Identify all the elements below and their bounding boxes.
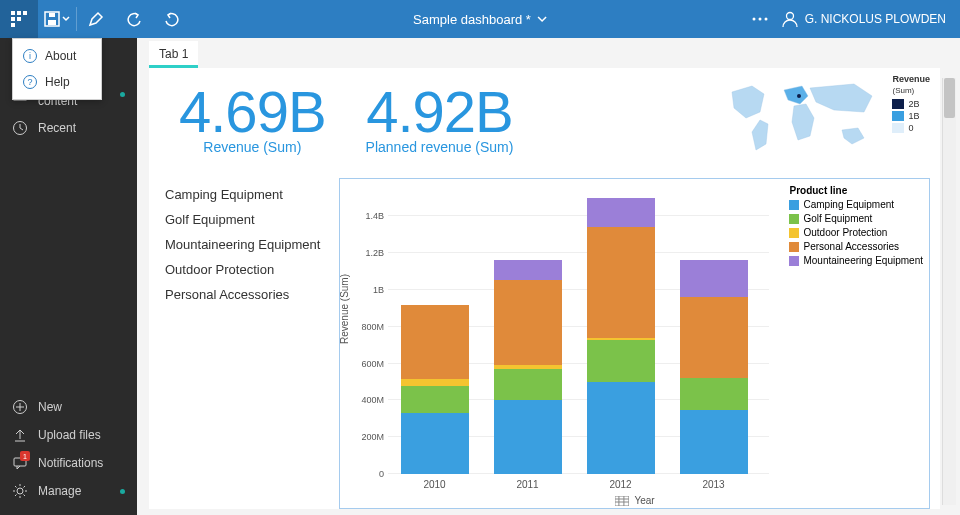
y-tick: 600M	[358, 359, 384, 369]
label: New	[38, 400, 62, 414]
svg-rect-3	[11, 17, 15, 21]
label: Notifications	[38, 456, 103, 470]
flyout-about[interactable]: i About	[13, 43, 101, 69]
gridline	[388, 252, 769, 253]
help-icon: ?	[23, 75, 37, 89]
legend-item: Personal Accessories	[803, 241, 899, 252]
topbar-right: G. NICKOLUS PLOWDEN	[751, 0, 960, 38]
sidebar-item-notifications[interactable]: 1 Notifications	[0, 449, 137, 477]
main: Tab 1 4.69B Revenue (Sum) 4.92B Planned …	[137, 38, 960, 515]
scrollbar-thumb[interactable]	[944, 78, 955, 118]
svg-rect-0	[11, 11, 15, 15]
label: Recent	[38, 121, 76, 135]
flyout-about-label: About	[45, 49, 76, 63]
legend-subtitle: (Sum)	[892, 86, 930, 95]
redo-button[interactable]	[153, 0, 191, 38]
y-tick: 1B	[358, 285, 384, 295]
flyout-help[interactable]: ? Help	[13, 69, 101, 95]
map-widget[interactable]: Revenue (Sum) 2B 1B 0	[724, 74, 930, 164]
svg-point-9	[752, 18, 755, 21]
bar-2010[interactable]	[401, 305, 469, 474]
kpi-revenue[interactable]: 4.69B Revenue (Sum)	[179, 78, 326, 155]
y-tick: 400M	[358, 395, 384, 405]
sidebar-item-new[interactable]: New	[0, 393, 137, 421]
swatch	[892, 99, 904, 109]
svg-rect-8	[49, 13, 55, 17]
x-label-text: Year	[634, 495, 654, 506]
product-list[interactable]: Camping Equipment Golf Equipment Mountai…	[159, 178, 339, 509]
scrollbar[interactable]	[942, 78, 956, 505]
kpi-value: 4.69B	[179, 78, 326, 145]
swatch	[789, 242, 799, 252]
legend-item: Camping Equipment	[803, 199, 894, 210]
x-tick: 2011	[516, 479, 538, 490]
info-icon: i	[23, 49, 37, 63]
legend-item: Golf Equipment	[803, 213, 872, 224]
list-item[interactable]: Mountaineering Equipment	[163, 232, 335, 257]
legend-title: Revenue	[892, 74, 930, 84]
y-tick: 0	[358, 469, 384, 479]
active-dot	[120, 92, 125, 97]
bar-segment	[680, 297, 748, 378]
sidebar-item-upload[interactable]: Upload files	[0, 421, 137, 449]
redo-icon	[164, 11, 180, 27]
swatch	[789, 228, 799, 238]
table-icon	[614, 496, 628, 506]
label: Manage	[38, 484, 81, 498]
x-tick: 2013	[702, 479, 724, 490]
bar-segment	[401, 386, 469, 414]
edit-button[interactable]	[77, 0, 115, 38]
pencil-icon	[88, 11, 104, 27]
undo-button[interactable]	[115, 0, 153, 38]
y-tick: 800M	[358, 322, 384, 332]
revenue-chart[interactable]: Product line Camping Equipment Golf Equi…	[339, 178, 930, 509]
bar-2012[interactable]	[587, 198, 655, 474]
bar-segment	[587, 198, 655, 227]
list-item[interactable]: Outdoor Protection	[163, 257, 335, 282]
label: Upload files	[38, 428, 101, 442]
y-tick: 1.2B	[358, 248, 384, 258]
save-button[interactable]	[38, 0, 76, 38]
kpi-value: 4.92B	[366, 78, 514, 145]
map-legend: Revenue (Sum) 2B 1B 0	[892, 74, 930, 164]
user-icon	[781, 10, 799, 28]
x-axis-label: Year	[614, 495, 654, 506]
user-menu[interactable]: G. NICKOLUS PLOWDEN	[781, 10, 946, 28]
bar-2011[interactable]	[494, 260, 562, 474]
more-button[interactable]	[751, 0, 769, 38]
active-dot	[120, 489, 125, 494]
svg-rect-7	[48, 20, 56, 25]
bar-segment	[401, 413, 469, 474]
bar-segment	[587, 382, 655, 474]
bar-segment	[587, 340, 655, 382]
clock-icon	[12, 120, 28, 136]
world-map-icon	[724, 74, 884, 164]
bar-2013[interactable]	[680, 260, 748, 474]
gear-icon	[12, 483, 28, 499]
kpi-planned-revenue[interactable]: 4.92B Planned revenue (Sum)	[366, 78, 514, 155]
list-item[interactable]: Personal Accessories	[163, 282, 335, 307]
bar-segment	[401, 379, 469, 386]
tab-label: Tab 1	[159, 47, 188, 61]
dashboard-title[interactable]: Sample dashboard *	[413, 12, 547, 27]
list-item[interactable]: Golf Equipment	[163, 207, 335, 232]
topbar-left	[0, 0, 191, 38]
tab-1[interactable]: Tab 1	[149, 41, 198, 68]
home-button[interactable]	[0, 0, 38, 38]
dots-icon	[751, 11, 769, 27]
svg-line-28	[24, 486, 26, 488]
sidebar-item-recent[interactable]: Recent	[0, 114, 137, 142]
bar-segment	[494, 400, 562, 474]
bar-segment	[587, 227, 655, 337]
topbar: Sample dashboard * G. NICKOLUS PLOWDEN	[0, 0, 960, 38]
svg-rect-5	[11, 23, 15, 27]
chevron-down-icon	[537, 14, 547, 24]
bar-segment	[401, 305, 469, 379]
bar-segment	[494, 369, 562, 400]
chevron-down-icon	[62, 15, 70, 23]
home-flyout: i About ? Help	[12, 38, 102, 100]
bar-segment	[680, 260, 748, 297]
sidebar-item-manage[interactable]: Manage	[0, 477, 137, 505]
list-item[interactable]: Camping Equipment	[163, 182, 335, 207]
svg-line-26	[24, 495, 26, 497]
